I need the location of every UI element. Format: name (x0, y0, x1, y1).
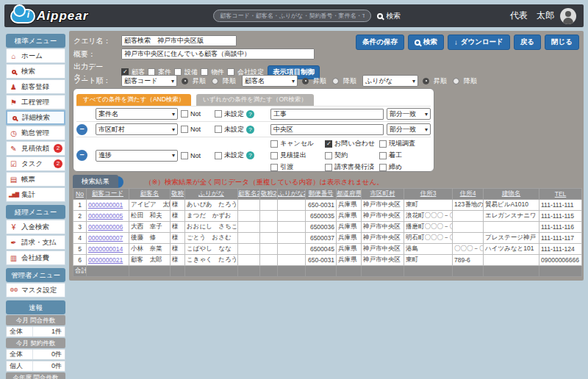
customer-code-link[interactable]: 0000000007 (87, 233, 129, 244)
match-type-select[interactable]: 部分一致▾ (387, 123, 431, 135)
total-cell (87, 266, 129, 277)
back-button[interactable]: 戻る (514, 35, 541, 50)
sidebar-item-detail-search[interactable]: 詳細検索 (6, 110, 65, 125)
progress-option-checkbox[interactable] (325, 164, 332, 171)
column-header[interactable]: ふりがな2 (278, 189, 306, 200)
sidebar-item-aggregate[interactable]: ▂▅▇集計 (6, 187, 65, 202)
sidebar-item-master-settings[interactable]: ⚙⚙マスタ設定 (6, 283, 65, 297)
condition-field-select[interactable]: 案件名▾ (96, 108, 178, 120)
global-search-button[interactable]: 検索 (377, 11, 401, 21)
column-header[interactable]: 建物名 (484, 189, 539, 200)
help-icon[interactable]: ? (246, 126, 254, 134)
progress-option-checkbox[interactable] (325, 140, 332, 148)
sidebar-item-process-management[interactable]: ⚑工程管理 (6, 95, 65, 109)
column-header[interactable]: 都道府県 (337, 189, 362, 200)
save-conditions-button[interactable]: 条件の保存 (356, 35, 404, 50)
customer-code-link[interactable]: 0000000006 (87, 222, 129, 233)
progress-option-checkbox[interactable] (379, 152, 387, 159)
column-header[interactable]: 敬称2 (260, 189, 278, 200)
query-name-input[interactable] (121, 35, 237, 46)
help-icon[interactable]: ? (246, 151, 254, 159)
unset-checkbox[interactable] (215, 110, 222, 118)
column-header[interactable]: 市区町村 (362, 189, 404, 200)
not-checkbox[interactable] (181, 152, 188, 159)
not-checkbox[interactable] (181, 126, 188, 133)
table-cell (238, 211, 260, 222)
sort-order-radio[interactable] (332, 78, 339, 84)
column-header[interactable]: ふりがな (185, 189, 238, 200)
sidebar-item-estimate-request[interactable]: ✎見積依頼2 (6, 141, 65, 156)
sidebar-item-deposit-search[interactable]: ¥入金検索 (6, 220, 65, 234)
sidebar-item-report[interactable]: ▤帳票 (6, 172, 65, 187)
table-cell: 神戸市中央区 (362, 244, 404, 255)
sidebar-item-search[interactable]: 検索 (6, 64, 65, 79)
query-name-label: クエリ名： (74, 36, 118, 46)
condition-value-input[interactable]: 工事 (270, 109, 384, 120)
table-cell: 〇〇〇－〇 (453, 244, 484, 255)
customer-code-link[interactable]: 0000000005 (87, 211, 129, 222)
global-search: 検索 (213, 10, 401, 22)
unset-checkbox[interactable] (215, 126, 222, 133)
summary-row: 概要： (74, 48, 315, 59)
unset-checkbox[interactable] (215, 152, 222, 159)
column-header[interactable]: 住所4 (453, 189, 484, 200)
column-header[interactable]: 郵便番号 (306, 189, 337, 200)
progress-option-checkbox[interactable] (325, 152, 332, 159)
sidebar-item-home[interactable]: ⌂ホーム (6, 48, 65, 63)
total-cell (260, 266, 278, 277)
not-label: Not (190, 110, 201, 118)
progress-option-checkbox[interactable] (379, 164, 387, 171)
sort-order-label: 昇順 (193, 76, 206, 86)
sort-order-radio[interactable] (182, 78, 188, 84)
remove-condition-button[interactable]: – (76, 150, 87, 161)
sidebar-item-company-expense[interactable]: ▥会社経費 (6, 250, 65, 265)
tab-and-search[interactable]: すべての条件を満たす（AND検索） (76, 94, 191, 106)
condition-field-select[interactable]: 市区町村▾ (96, 123, 178, 135)
search-button[interactable]: 検索 (408, 35, 444, 50)
customer-code-link[interactable]: 0000000021 (87, 255, 129, 266)
help-icon[interactable]: ? (246, 110, 254, 118)
global-search-input[interactable] (213, 10, 371, 22)
sidebar-item-task[interactable]: ☑タスク2 (6, 156, 65, 171)
column-header[interactable]: 顧客名 (129, 189, 171, 200)
column-header[interactable]: 顧客コード (87, 189, 129, 200)
progress-option-checkbox[interactable] (270, 164, 278, 171)
not-checkbox[interactable] (181, 110, 188, 118)
condition-field-select[interactable]: 進捗▾ (96, 150, 178, 162)
sort-order-radio[interactable] (302, 78, 309, 84)
progress-option: お問い合わせ (325, 139, 376, 148)
condition-value-input[interactable]: 中央区 (270, 124, 384, 135)
customer-code-link[interactable]: 0000000014 (87, 244, 129, 255)
sort-order-radio[interactable] (423, 78, 429, 84)
sort-order-radio[interactable] (453, 78, 459, 84)
progress-option-checkbox[interactable] (270, 152, 278, 159)
sort-label: ソート順： (74, 76, 118, 86)
sort-field-select[interactable]: ふりがな▾ (362, 75, 418, 87)
sort-row: ソート順： 顧客コード▾昇順降順顧客名▾昇順降順ふりがな▾昇順降順 (74, 75, 478, 87)
column-header[interactable]: 住所3 (404, 189, 453, 200)
sidebar-item-attendance[interactable]: ◷勤怠管理 (6, 126, 65, 140)
column-header[interactable]: 敬称 (171, 189, 185, 200)
column-header[interactable]: TEL (539, 189, 582, 200)
progress-option-checkbox[interactable] (270, 140, 278, 148)
user-avatar[interactable] (560, 8, 576, 24)
remove-condition-button[interactable]: – (76, 124, 87, 135)
sidebar-item-billing-payment[interactable]: ✒請求・支払 (6, 235, 65, 250)
summary-input[interactable] (121, 48, 315, 59)
sidebar-item-label: 帳票 (21, 175, 35, 184)
tab-search-results[interactable]: 検索結果 (73, 175, 118, 189)
progress-option-checkbox[interactable] (379, 140, 387, 148)
sort-field-select[interactable]: 顧客名▾ (242, 75, 298, 87)
total-cell (337, 266, 362, 277)
tab-or-search[interactable]: いずれかの条件を満たす（OR検索） (196, 94, 314, 106)
customer-code-link[interactable]: 0000000001 (87, 200, 129, 211)
match-type-select[interactable]: 部分一致▾ (387, 108, 431, 120)
close-button[interactable]: 閉じる (545, 35, 579, 50)
sidebar-item-customer-register[interactable]: ♟顧客登録 (6, 79, 65, 94)
column-header[interactable]: No (74, 189, 87, 200)
sort-field-select[interactable]: 顧客コード▾ (121, 75, 177, 87)
download-button[interactable]: ↓ ダウンロード (448, 35, 510, 50)
table-cell: 789-6 (453, 255, 484, 266)
sort-order-radio[interactable] (212, 78, 218, 84)
column-header[interactable]: 顧客名2 (238, 189, 260, 200)
